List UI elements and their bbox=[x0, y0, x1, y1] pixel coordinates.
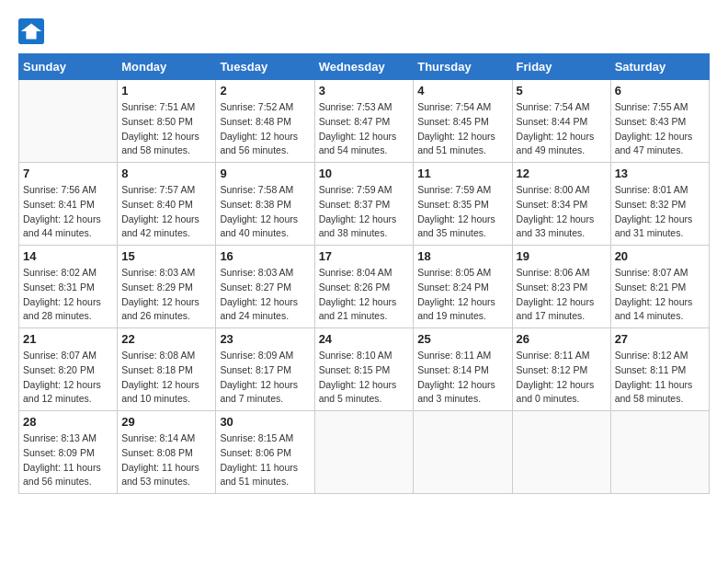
logo-icon bbox=[18, 18, 44, 44]
day-number: 7 bbox=[23, 167, 113, 180]
day-number: 2 bbox=[220, 84, 310, 98]
calendar-cell: 11Sunrise: 7:59 AM Sunset: 8:35 PM Dayli… bbox=[414, 163, 512, 246]
calendar-cell: 6Sunrise: 7:55 AM Sunset: 8:43 PM Daylig… bbox=[610, 80, 709, 163]
calendar-cell: 10Sunrise: 7:59 AM Sunset: 8:37 PM Dayli… bbox=[314, 163, 414, 246]
calendar-header-row: Sunday Monday Tuesday Wednesday Thursday… bbox=[19, 54, 710, 80]
calendar-cell: 7Sunrise: 7:56 AM Sunset: 8:41 PM Daylig… bbox=[19, 163, 118, 246]
day-number: 17 bbox=[319, 249, 410, 263]
day-number: 16 bbox=[220, 249, 310, 263]
col-friday: Friday bbox=[512, 54, 610, 80]
day-info: Sunrise: 8:07 AM Sunset: 8:20 PM Dayligh… bbox=[23, 349, 113, 407]
day-number: 5 bbox=[517, 84, 607, 98]
day-number: 8 bbox=[121, 167, 211, 180]
day-info: Sunrise: 8:11 AM Sunset: 8:12 PM Dayligh… bbox=[517, 349, 607, 407]
col-sunday: Sunday bbox=[19, 54, 118, 80]
calendar-cell: 5Sunrise: 7:54 AM Sunset: 8:44 PM Daylig… bbox=[512, 80, 610, 163]
calendar-week-row: 7Sunrise: 7:56 AM Sunset: 8:41 PM Daylig… bbox=[19, 163, 710, 246]
day-info: Sunrise: 7:52 AM Sunset: 8:48 PM Dayligh… bbox=[220, 100, 310, 158]
day-info: Sunrise: 7:59 AM Sunset: 8:35 PM Dayligh… bbox=[417, 183, 507, 241]
day-info: Sunrise: 7:53 AM Sunset: 8:47 PM Dayligh… bbox=[319, 100, 410, 158]
day-info: Sunrise: 8:06 AM Sunset: 8:23 PM Dayligh… bbox=[517, 266, 607, 324]
calendar-cell: 29Sunrise: 8:14 AM Sunset: 8:08 PM Dayli… bbox=[118, 411, 216, 494]
col-thursday: Thursday bbox=[414, 54, 512, 80]
day-number: 1 bbox=[121, 84, 211, 98]
calendar-cell: 30Sunrise: 8:15 AM Sunset: 8:06 PM Dayli… bbox=[216, 411, 314, 494]
col-wednesday: Wednesday bbox=[314, 54, 414, 80]
day-info: Sunrise: 7:54 AM Sunset: 8:44 PM Dayligh… bbox=[517, 100, 607, 158]
day-info: Sunrise: 7:57 AM Sunset: 8:40 PM Dayligh… bbox=[121, 183, 211, 241]
calendar-table: Sunday Monday Tuesday Wednesday Thursday… bbox=[18, 53, 710, 494]
day-number: 9 bbox=[220, 167, 310, 180]
calendar-cell: 13Sunrise: 8:01 AM Sunset: 8:32 PM Dayli… bbox=[610, 163, 709, 246]
day-number: 3 bbox=[319, 84, 410, 98]
calendar-cell: 12Sunrise: 8:00 AM Sunset: 8:34 PM Dayli… bbox=[512, 163, 610, 246]
col-tuesday: Tuesday bbox=[216, 54, 314, 80]
calendar-cell: 17Sunrise: 8:04 AM Sunset: 8:26 PM Dayli… bbox=[314, 246, 414, 328]
calendar-cell: 15Sunrise: 8:03 AM Sunset: 8:29 PM Dayli… bbox=[118, 246, 216, 328]
calendar-cell bbox=[512, 411, 610, 494]
calendar-cell: 24Sunrise: 8:10 AM Sunset: 8:15 PM Dayli… bbox=[314, 328, 414, 411]
calendar-cell: 19Sunrise: 8:06 AM Sunset: 8:23 PM Dayli… bbox=[512, 246, 610, 328]
col-monday: Monday bbox=[118, 54, 216, 80]
day-number: 28 bbox=[23, 415, 113, 429]
day-info: Sunrise: 8:15 AM Sunset: 8:06 PM Dayligh… bbox=[220, 431, 310, 489]
day-number: 15 bbox=[121, 249, 211, 263]
calendar-cell: 22Sunrise: 8:08 AM Sunset: 8:18 PM Dayli… bbox=[118, 328, 216, 411]
day-number: 30 bbox=[220, 415, 310, 429]
calendar-cell: 18Sunrise: 8:05 AM Sunset: 8:24 PM Dayli… bbox=[414, 246, 512, 328]
day-number: 27 bbox=[615, 332, 705, 346]
calendar-cell bbox=[414, 411, 512, 494]
day-number: 10 bbox=[319, 167, 410, 180]
calendar-cell: 1Sunrise: 7:51 AM Sunset: 8:50 PM Daylig… bbox=[118, 80, 216, 163]
day-info: Sunrise: 8:02 AM Sunset: 8:31 PM Dayligh… bbox=[23, 266, 113, 324]
day-info: Sunrise: 8:09 AM Sunset: 8:17 PM Dayligh… bbox=[220, 349, 310, 407]
calendar-cell: 27Sunrise: 8:12 AM Sunset: 8:11 PM Dayli… bbox=[610, 328, 709, 411]
calendar-week-row: 28Sunrise: 8:13 AM Sunset: 8:09 PM Dayli… bbox=[19, 411, 710, 494]
day-number: 20 bbox=[615, 249, 705, 263]
day-info: Sunrise: 7:55 AM Sunset: 8:43 PM Dayligh… bbox=[615, 100, 705, 158]
calendar-cell: 3Sunrise: 7:53 AM Sunset: 8:47 PM Daylig… bbox=[314, 80, 414, 163]
day-number: 18 bbox=[417, 249, 507, 263]
calendar-cell: 9Sunrise: 7:58 AM Sunset: 8:38 PM Daylig… bbox=[216, 163, 314, 246]
calendar-cell: 26Sunrise: 8:11 AM Sunset: 8:12 PM Dayli… bbox=[512, 328, 610, 411]
day-number: 6 bbox=[615, 84, 705, 98]
calendar-week-row: 14Sunrise: 8:02 AM Sunset: 8:31 PM Dayli… bbox=[19, 246, 710, 328]
day-number: 14 bbox=[23, 249, 113, 263]
day-info: Sunrise: 8:05 AM Sunset: 8:24 PM Dayligh… bbox=[417, 266, 507, 324]
day-number: 25 bbox=[417, 332, 507, 346]
day-info: Sunrise: 7:51 AM Sunset: 8:50 PM Dayligh… bbox=[121, 100, 211, 158]
day-info: Sunrise: 8:00 AM Sunset: 8:34 PM Dayligh… bbox=[517, 183, 607, 241]
page-header bbox=[18, 18, 710, 44]
day-number: 13 bbox=[615, 167, 705, 180]
day-number: 4 bbox=[417, 84, 507, 98]
day-info: Sunrise: 8:03 AM Sunset: 8:27 PM Dayligh… bbox=[220, 266, 310, 324]
day-info: Sunrise: 8:08 AM Sunset: 8:18 PM Dayligh… bbox=[121, 349, 211, 407]
calendar-cell: 16Sunrise: 8:03 AM Sunset: 8:27 PM Dayli… bbox=[216, 246, 314, 328]
calendar-cell: 25Sunrise: 8:11 AM Sunset: 8:14 PM Dayli… bbox=[414, 328, 512, 411]
day-info: Sunrise: 7:59 AM Sunset: 8:37 PM Dayligh… bbox=[319, 183, 410, 241]
calendar-cell bbox=[610, 411, 709, 494]
col-saturday: Saturday bbox=[610, 54, 709, 80]
calendar-cell: 8Sunrise: 7:57 AM Sunset: 8:40 PM Daylig… bbox=[118, 163, 216, 246]
day-info: Sunrise: 7:54 AM Sunset: 8:45 PM Dayligh… bbox=[417, 100, 507, 158]
calendar-week-row: 21Sunrise: 8:07 AM Sunset: 8:20 PM Dayli… bbox=[19, 328, 710, 411]
calendar-cell: 20Sunrise: 8:07 AM Sunset: 8:21 PM Dayli… bbox=[610, 246, 709, 328]
day-number: 24 bbox=[319, 332, 410, 346]
calendar-cell: 2Sunrise: 7:52 AM Sunset: 8:48 PM Daylig… bbox=[216, 80, 314, 163]
logo bbox=[18, 18, 48, 44]
day-number: 23 bbox=[220, 332, 310, 346]
day-info: Sunrise: 8:11 AM Sunset: 8:14 PM Dayligh… bbox=[417, 349, 507, 407]
day-info: Sunrise: 8:13 AM Sunset: 8:09 PM Dayligh… bbox=[23, 431, 113, 489]
day-info: Sunrise: 8:12 AM Sunset: 8:11 PM Dayligh… bbox=[615, 349, 705, 407]
day-number: 29 bbox=[121, 415, 211, 429]
day-number: 19 bbox=[517, 249, 607, 263]
day-info: Sunrise: 8:03 AM Sunset: 8:29 PM Dayligh… bbox=[121, 266, 211, 324]
day-info: Sunrise: 7:58 AM Sunset: 8:38 PM Dayligh… bbox=[220, 183, 310, 241]
day-info: Sunrise: 8:01 AM Sunset: 8:32 PM Dayligh… bbox=[615, 183, 705, 241]
day-info: Sunrise: 8:04 AM Sunset: 8:26 PM Dayligh… bbox=[319, 266, 410, 324]
calendar-cell: 4Sunrise: 7:54 AM Sunset: 8:45 PM Daylig… bbox=[414, 80, 512, 163]
calendar-cell: 23Sunrise: 8:09 AM Sunset: 8:17 PM Dayli… bbox=[216, 328, 314, 411]
day-number: 12 bbox=[517, 167, 607, 180]
day-info: Sunrise: 8:10 AM Sunset: 8:15 PM Dayligh… bbox=[319, 349, 410, 407]
day-number: 22 bbox=[121, 332, 211, 346]
